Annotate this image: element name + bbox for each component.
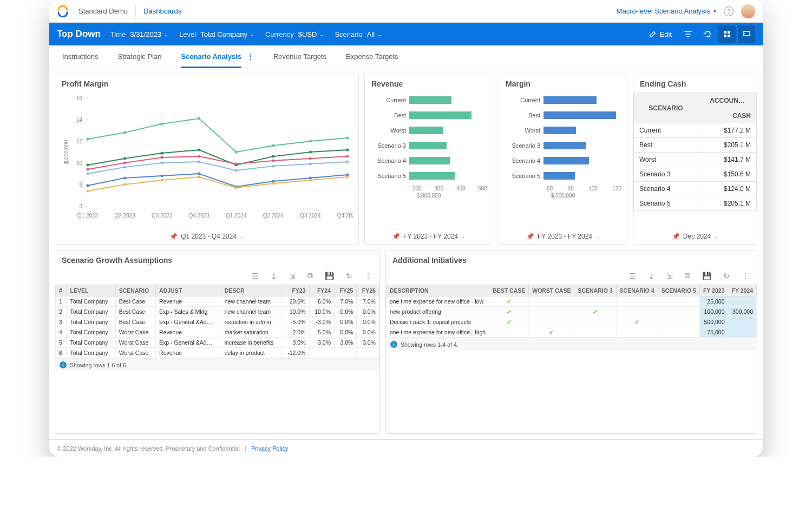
col-scenario[interactable]: SCENARIO bbox=[634, 93, 698, 123]
table-row[interactable]: one time expense for new office - high✓7… bbox=[386, 327, 756, 338]
table-row[interactable]: one time expense for new office - low✓25… bbox=[386, 296, 756, 307]
bar-row: Scenario 5 bbox=[505, 168, 621, 183]
import-icon[interactable]: ⤓ bbox=[271, 272, 277, 280]
table-row[interactable]: 4Total CompanyWorst CaseRevenuemarket sa… bbox=[56, 327, 379, 338]
export-icon[interactable]: ⇲ bbox=[666, 272, 673, 280]
context-dropdown[interactable]: Macro-level Scenario Analysis ▾ bbox=[617, 7, 716, 15]
export-icon[interactable]: ⇲ bbox=[289, 272, 296, 280]
svg-point-43 bbox=[87, 168, 89, 171]
filter-currency-value[interactable]: $USD⌄ bbox=[298, 30, 324, 38]
svg-text:Q1 2024: Q1 2024 bbox=[226, 213, 247, 219]
filter-icon[interactable]: ☰ bbox=[629, 272, 636, 280]
filter-icon[interactable] bbox=[679, 25, 697, 43]
col-header[interactable]: SCENARIO bbox=[115, 285, 155, 296]
more-icon[interactable]: ⋮ bbox=[742, 272, 749, 280]
col-header[interactable]: FY 2024 bbox=[728, 285, 757, 296]
more-icon[interactable]: ⋮ bbox=[364, 272, 372, 280]
privacy-link[interactable]: Privacy Policy bbox=[251, 445, 288, 452]
refresh-icon[interactable]: ↻ bbox=[723, 272, 730, 280]
svg-point-57 bbox=[309, 163, 312, 166]
edit-button[interactable]: Edit bbox=[644, 27, 677, 42]
table-row[interactable]: Current$177.2 M bbox=[634, 123, 757, 138]
col-header[interactable]: FY 2023 bbox=[699, 285, 728, 296]
table-row[interactable]: Scenario 3$150.6 M bbox=[634, 167, 757, 182]
svg-point-67 bbox=[87, 190, 89, 193]
refresh-icon[interactable]: ↻ bbox=[346, 272, 352, 280]
table-row[interactable]: 5Total CompanyWorst CaseExp - General &A… bbox=[56, 338, 379, 348]
copy-icon[interactable]: ⧉ bbox=[307, 271, 313, 280]
svg-point-35 bbox=[87, 164, 89, 167]
col-header[interactable]: ADJUST bbox=[156, 285, 221, 296]
card-footer[interactable]: 📌 FY 2023 - FY 2024 ⌄ bbox=[365, 228, 493, 244]
present-icon[interactable] bbox=[738, 25, 755, 43]
pencil-icon bbox=[649, 30, 657, 38]
table-row[interactable]: Worst$141.7 M bbox=[634, 153, 757, 167]
profit-margin-chart: 6810121416$,000,000Q1 2023Q2 2023Q3 2023… bbox=[61, 93, 353, 225]
table-row[interactable]: new product offering✓✓100,000300,000 bbox=[386, 307, 756, 317]
col-header[interactable]: SCENARIO 3 bbox=[574, 285, 616, 296]
filter-time-value[interactable]: 3/31/2023⌄ bbox=[130, 30, 168, 38]
bar-label: Scenario 5 bbox=[505, 173, 543, 179]
save-icon[interactable]: 💾 bbox=[325, 272, 334, 280]
filter-currency: Currency $USD⌄ bbox=[265, 30, 324, 38]
refresh-icon[interactable] bbox=[699, 25, 716, 43]
tab-scenario-analysis[interactable]: Scenario Analysis bbox=[181, 45, 241, 68]
table-row[interactable]: 6Total CompanyWorst CaseRevenuedelay in … bbox=[56, 348, 379, 358]
bar-row: Scenario 5 bbox=[370, 168, 487, 183]
col-header[interactable]: WORST CASE bbox=[529, 285, 574, 296]
breadcrumb-dashboards[interactable]: Dashboards bbox=[143, 7, 181, 15]
save-icon[interactable]: 💾 bbox=[702, 272, 711, 280]
help-icon[interactable]: ? bbox=[724, 6, 734, 16]
card-footer[interactable]: 📌 FY 2023 - FY 2024 ⌄ bbox=[499, 228, 627, 244]
tab-strategic-plan[interactable]: Strategic Plan bbox=[117, 45, 161, 68]
grid-view-icon[interactable] bbox=[718, 25, 736, 43]
card-footer[interactable]: 📌 Q1 2023 - Q4 2024 ⌄ bbox=[55, 228, 358, 244]
tab-revenue-targets[interactable]: Revenue Targets bbox=[273, 45, 326, 68]
copy-icon[interactable]: ⧉ bbox=[685, 271, 690, 280]
avatar[interactable] bbox=[741, 4, 755, 18]
col-cash[interactable]: CASH bbox=[698, 108, 757, 123]
card-ending-cash: Ending Cash SCENARIO ACCOUN… CASH Curren… bbox=[633, 74, 757, 245]
copyright: © 2022 Workday, Inc. All rights reserved… bbox=[57, 445, 240, 452]
col-header[interactable]: FY25 bbox=[335, 285, 357, 296]
tab-instructions[interactable]: Instructions bbox=[62, 45, 98, 68]
col-header[interactable]: LEVEL bbox=[67, 285, 115, 296]
col-header[interactable]: DESCR bbox=[221, 285, 281, 296]
filter-icon[interactable]: ☰ bbox=[252, 272, 259, 280]
card-profit-margin: Profit Margin 6810121416$,000,000Q1 2023… bbox=[55, 74, 359, 245]
chevron-down-icon: ⌄ bbox=[240, 234, 244, 239]
card-growth-assumptions: Scenario Growth Assumptions ☰ ⤓ ⇲ ⧉ 💾 ↻ … bbox=[55, 250, 380, 434]
table-row[interactable]: 3Total CompanyBest CaseExp - General &Ad… bbox=[56, 317, 379, 327]
col-header[interactable]: FY26 bbox=[357, 285, 379, 296]
table-row[interactable]: 1Total CompanyBest CaseRevenuenew channe… bbox=[56, 296, 379, 307]
workday-logo[interactable] bbox=[57, 5, 69, 17]
margin-chart: Current Best Worst Scenario 3 Scenario 4… bbox=[499, 90, 627, 228]
table-row[interactable]: Scenario 4$124.0 M bbox=[634, 182, 757, 196]
import-icon[interactable]: ⤓ bbox=[648, 272, 654, 280]
col-header[interactable]: DESCRIPTION bbox=[386, 285, 489, 296]
filter-level-value[interactable]: Total Company⌄ bbox=[200, 30, 254, 38]
table-row[interactable]: Best$205.1 M bbox=[634, 138, 757, 153]
table-row[interactable]: Decision pack 1: capital projects✓✓500,0… bbox=[386, 317, 756, 327]
card-footer[interactable]: 📌 Dec 2024 ⌄ bbox=[633, 228, 757, 244]
tab-expense-targets[interactable]: Expense Targets bbox=[346, 45, 398, 68]
col-header[interactable]: SCENARIO 4 bbox=[616, 285, 658, 296]
rows-showing: i Showing rows 1-6 of 6. bbox=[55, 358, 379, 371]
filter-time-label: Time bbox=[110, 30, 126, 38]
table-row[interactable]: Scenario 5$205.1 M bbox=[634, 196, 757, 211]
col-account-group[interactable]: ACCOUN… bbox=[698, 93, 757, 108]
svg-point-36 bbox=[123, 157, 126, 160]
col-header[interactable]: FY24 bbox=[309, 285, 334, 296]
col-header[interactable]: BEST CASE bbox=[489, 285, 529, 296]
tab-more-icon[interactable]: ⋮ bbox=[247, 52, 254, 61]
bar-row: Current bbox=[505, 93, 621, 108]
svg-point-27 bbox=[87, 138, 89, 141]
table-row[interactable]: 2Total CompanyBest CaseExp - Sales & Mkt… bbox=[56, 307, 379, 317]
col-header[interactable]: SCENARIO 5 bbox=[658, 285, 699, 296]
svg-point-73 bbox=[309, 179, 312, 182]
bar-label: Scenario 3 bbox=[370, 142, 409, 149]
col-header[interactable]: FY23 bbox=[282, 285, 309, 296]
svg-point-50 bbox=[346, 155, 349, 158]
filter-scenario-value[interactable]: All⌄ bbox=[367, 30, 382, 38]
col-header[interactable]: # bbox=[56, 285, 67, 296]
